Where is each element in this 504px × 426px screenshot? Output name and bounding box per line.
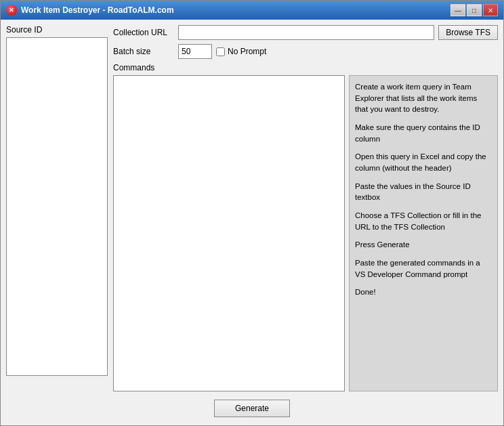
no-prompt-checkbox[interactable]	[216, 47, 225, 56]
source-id-label: Source ID	[6, 25, 108, 35]
bottom-bar: Generate	[6, 396, 498, 420]
batch-size-input[interactable]	[178, 44, 212, 59]
minimize-button[interactable]: —	[450, 4, 465, 16]
commands-textarea[interactable]	[113, 75, 345, 391]
main-window: ✕ Work Item Destroyer - RoadToALM.com — …	[0, 0, 504, 426]
batch-size-row: Batch size No Prompt	[113, 44, 498, 59]
info-step-4: Paste the values in the Source ID textbo…	[355, 181, 492, 203]
app-icon: ✕	[6, 5, 17, 16]
generate-button[interactable]: Generate	[214, 400, 290, 417]
title-bar: ✕ Work Item Destroyer - RoadToALM.com — …	[1, 1, 503, 20]
commands-section: Commands Create a work item query in Tea…	[113, 63, 498, 391]
info-step-1: Create a work item query in Team Explore…	[355, 81, 492, 115]
info-panel: Create a work item query in Team Explore…	[349, 75, 498, 391]
main-layout: Source ID Collection URL Browse TFS Batc…	[6, 25, 498, 391]
collection-url-input[interactable]	[178, 25, 434, 40]
info-step-5: Choose a TFS Collection or fill in the U…	[355, 210, 492, 232]
source-id-textarea[interactable]	[6, 37, 108, 376]
window-title: Work Item Destroyer - RoadToALM.com	[21, 5, 450, 15]
collection-url-row: Collection URL Browse TFS	[113, 25, 498, 40]
batch-size-label: Batch size	[113, 47, 174, 56]
left-panel: Source ID	[6, 25, 108, 391]
info-step-6: Press Generate	[355, 239, 492, 251]
commands-and-info: Create a work item query in Team Explore…	[113, 75, 498, 391]
window-controls: — □ ✕	[450, 4, 498, 16]
commands-label: Commands	[113, 63, 498, 72]
browse-tfs-button[interactable]: Browse TFS	[438, 25, 498, 40]
info-step-8: Done!	[355, 286, 492, 298]
close-button[interactable]: ✕	[483, 4, 498, 16]
info-step-7: Paste the generated commands in a VS Dev…	[355, 257, 492, 280]
info-step-3: Open this query in Excel and copy the co…	[355, 151, 492, 173]
content-area: Source ID Collection URL Browse TFS Batc…	[1, 20, 503, 425]
collection-url-label: Collection URL	[113, 28, 174, 37]
right-panel: Collection URL Browse TFS Batch size No …	[113, 25, 498, 391]
no-prompt-container: No Prompt	[216, 47, 266, 56]
no-prompt-label: No Prompt	[228, 47, 266, 56]
maximize-button[interactable]: □	[467, 4, 482, 16]
info-step-2: Make sure the query contains the ID colu…	[355, 122, 492, 144]
